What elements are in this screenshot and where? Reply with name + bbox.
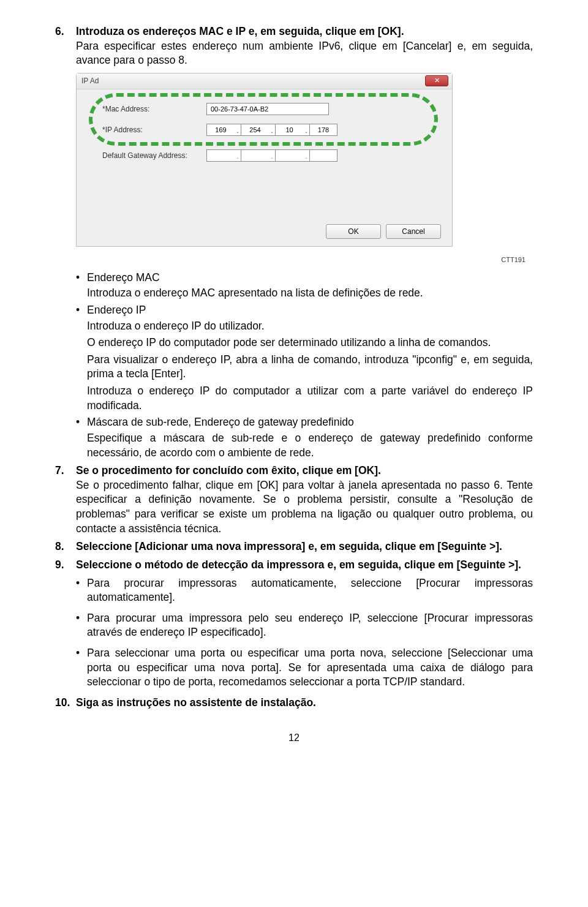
ip-octet-4[interactable]: 178 bbox=[309, 124, 337, 136]
close-icon[interactable]: ✕ bbox=[425, 75, 448, 86]
gw-octet-4[interactable] bbox=[309, 149, 337, 162]
page-number: 12 bbox=[55, 731, 533, 745]
bullet-dot: • bbox=[76, 415, 87, 430]
bullet-ip-l2: O endereço IP do computador pode ser det… bbox=[87, 336, 533, 350]
ip-octet-1[interactable]: 169 bbox=[206, 124, 235, 136]
step10-num: 10. bbox=[55, 696, 76, 710]
mac-address-input[interactable] bbox=[206, 103, 329, 115]
bullet-dot: • bbox=[76, 303, 87, 318]
ok-button[interactable]: OK bbox=[326, 224, 381, 239]
step9-num: 9. bbox=[55, 558, 76, 573]
ip-octet-3[interactable]: 10 bbox=[275, 124, 303, 136]
ip-settings-dialog-wrap: IP Ad ✕ *Mac Address: *IP Address: 169 .… bbox=[76, 73, 533, 247]
bullet-dot: • bbox=[76, 271, 87, 285]
gw-octet-3[interactable] bbox=[275, 149, 303, 162]
step9-bullet3: Para seleccionar uma porta ou especifica… bbox=[87, 646, 533, 690]
step9-bullet2: Para procurar uma impressora pelo seu en… bbox=[87, 611, 533, 640]
ip-dot: . bbox=[269, 124, 275, 136]
bullet-dot: • bbox=[76, 646, 87, 690]
step9-title: Seleccione o método de detecção da impre… bbox=[76, 558, 533, 573]
dialog-title-prefix: IP Ad bbox=[81, 76, 99, 86]
step8-num: 8. bbox=[55, 540, 76, 554]
bullet-dot: • bbox=[76, 611, 87, 640]
gw-octet-2[interactable] bbox=[241, 149, 269, 162]
ip-address-input-group[interactable]: 169 . 254 . 10 . 178 bbox=[206, 124, 337, 136]
ip-dot: . bbox=[303, 149, 309, 162]
ip-dot: . bbox=[235, 124, 241, 136]
step8-title: Seleccione [Adicionar uma nova impressor… bbox=[76, 540, 533, 554]
step6-num: 6. bbox=[55, 24, 76, 68]
ip-dot: . bbox=[303, 124, 309, 136]
bullet-mac-label: Endereço MAC bbox=[87, 271, 533, 285]
step6-title: Introduza os endereços MAC e IP e, em se… bbox=[76, 24, 533, 39]
bullet-ip-l3: Para visualizar o endereço IP, abra a li… bbox=[87, 353, 533, 382]
step7-num: 7. bbox=[55, 464, 76, 536]
bullet-gateway-label: Máscara de sub-rede, Endereço de gateway… bbox=[87, 415, 533, 430]
step10-title: Siga as instruções no assistente de inst… bbox=[76, 696, 533, 710]
bullet-dot: • bbox=[76, 576, 87, 605]
bullet-ip-l4: Introduza o endereço IP do computador a … bbox=[87, 384, 533, 413]
bullet-mac-line: Introduza o endereço MAC apresentado na … bbox=[87, 286, 533, 301]
ip-address-label: *IP Address: bbox=[102, 125, 206, 135]
ip-dot: . bbox=[235, 149, 241, 162]
gateway-address-input-group[interactable]: . . . bbox=[206, 149, 337, 162]
bullet-ip-l1: Introduza o endereço IP do utilizador. bbox=[87, 319, 533, 334]
ip-dot: . bbox=[269, 149, 275, 162]
step7-body: Se o procedimento falhar, clique em [OK]… bbox=[76, 478, 533, 536]
step7-title: Se o procedimento for concluído com êxit… bbox=[76, 464, 533, 478]
ip-settings-dialog: IP Ad ✕ *Mac Address: *IP Address: 169 .… bbox=[76, 73, 453, 247]
step6-note: Para especificar estes endereço num ambi… bbox=[76, 39, 533, 68]
dialog-titlebar: IP Ad ✕ bbox=[77, 73, 452, 89]
mac-address-label: *Mac Address: bbox=[102, 104, 206, 114]
bullet-gateway-line: Especifique a máscara de sub-rede e o en… bbox=[87, 431, 533, 460]
gw-octet-1[interactable] bbox=[206, 149, 235, 162]
ip-octet-2[interactable]: 254 bbox=[241, 124, 269, 136]
image-reference: CTT191 bbox=[55, 255, 533, 265]
cancel-button[interactable]: Cancel bbox=[386, 224, 441, 239]
gateway-address-label: Default Gateway Address: bbox=[102, 151, 206, 160]
step9-bullet1: Para procurar impressoras automaticament… bbox=[87, 576, 533, 605]
bullet-ip-label: Endereço IP bbox=[87, 303, 533, 318]
